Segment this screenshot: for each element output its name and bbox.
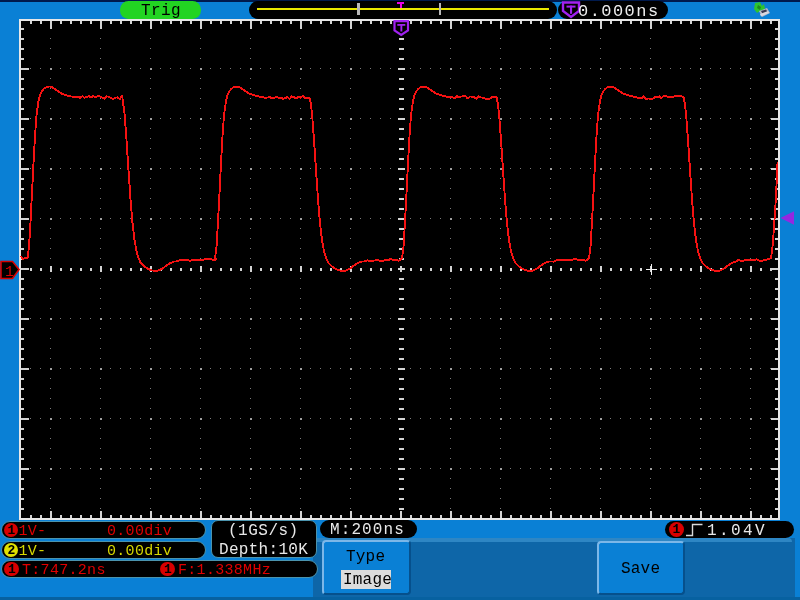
svg-text:1: 1	[5, 264, 14, 281]
